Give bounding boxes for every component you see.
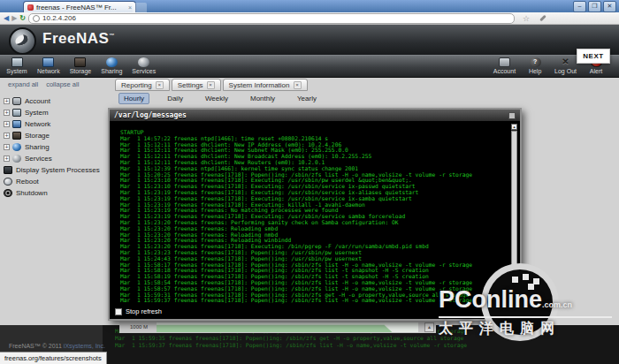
sidebar-item[interactable]: + System [4, 107, 106, 118]
browser-tab[interactable]: freenas - FreeNAS™ Fr... × [23, 1, 136, 12]
toolbar-item[interactable]: Log Out [554, 57, 577, 74]
refresh-button[interactable]: ↻ [19, 14, 26, 23]
toolbar-item[interactable]: Network [37, 57, 60, 74]
expander-plus-icon[interactable]: + [4, 110, 10, 116]
storage-icon [74, 57, 86, 67]
log-window-title: /var/log/messages [114, 111, 508, 119]
scroll-up-icon[interactable]: ▲ [511, 124, 517, 130]
maximize-button[interactable]: ❐ [588, 1, 601, 12]
copyright-text: FreeNAS™ © 2011 [9, 343, 64, 349]
window-controls: –❐✕ [573, 1, 616, 12]
next-overlay-button[interactable]: NEXT [577, 49, 610, 64]
network-icon [42, 57, 54, 67]
chart-area-series [157, 322, 418, 332]
shutdown-icon [4, 189, 12, 197]
sidebar-item[interactable]: Shutdown [4, 187, 106, 199]
minimize-button[interactable]: – [573, 1, 586, 12]
subtab[interactable]: Yearly [293, 94, 321, 103]
collapse-all-link[interactable]: collapse all [46, 80, 79, 88]
ixsystems-link[interactable]: iXsystems, Inc. [64, 343, 105, 349]
freenas-footer: FreeNAS™ © 2011 iXsystems, Inc. [9, 343, 105, 349]
reporting-chart-strip: 1000 M ▲ [119, 322, 436, 333]
new-tab-button[interactable] [133, 3, 147, 12]
account-icon [499, 57, 510, 67]
subtab[interactable]: Hourly [118, 93, 149, 104]
stop-refresh-label: Stop refresh [126, 307, 162, 315]
back-button[interactable]: ◀ [4, 14, 9, 23]
freenas-favicon-icon [27, 4, 34, 11]
tab-bar: Reporting × Settings × System Informatio… [115, 79, 308, 91]
chart-scroll-button[interactable]: ▲ [424, 322, 434, 332]
tab-close-icon[interactable]: × [294, 81, 302, 89]
logout-icon [560, 57, 571, 67]
toolbar-item[interactable]: Sharing [101, 57, 122, 74]
log-window-body: STARTUPMar 1 14:57:22 freenas ntpd[1466]… [110, 121, 520, 319]
toolbar-item[interactable]: Help [524, 57, 546, 74]
expander-plus-icon[interactable]: + [4, 121, 10, 127]
toolbar-left: System Network Storage Sharing [6, 57, 156, 74]
sidebar-item[interactable]: Display System Processes [4, 164, 106, 176]
content-tab[interactable]: System Information × [223, 79, 308, 91]
expander-plus-icon[interactable]: + [4, 155, 10, 162]
toolbar-item[interactable]: Services [132, 57, 156, 74]
background-log-line: Mar 1 15:59:35 freenas freenas[1718]: Po… [115, 335, 467, 342]
background-log-line: Mar 1 15:59:37 freenas freenas[1718]: Po… [115, 342, 467, 349]
log-lines: STARTUPMar 1 14:57:22 freenas ntpd[1466]… [120, 130, 508, 304]
content-tab[interactable]: Reporting × [115, 79, 170, 91]
browser-titlebar: freenas - FreeNAS™ Fr... × –❐✕ [0, 0, 619, 12]
storage-icon [12, 132, 21, 140]
log-scrollbar[interactable]: ▲ [511, 124, 517, 315]
expand-all-link[interactable]: expand all [8, 80, 38, 88]
expander-plus-icon[interactable]: + [4, 98, 10, 104]
browser-urlbar: ◀ ▶ ↻ 10.2.4.206 ☆ [0, 12, 619, 25]
expander-plus-icon[interactable]: + [4, 144, 10, 150]
bookmark-star-icon[interactable]: ☆ [523, 14, 530, 23]
help-icon [530, 57, 541, 67]
close-button[interactable]: ✕ [603, 1, 616, 12]
log-window-close-button[interactable] [508, 112, 516, 119]
forward-button[interactable]: ▶ [11, 14, 17, 23]
system-icon [12, 109, 21, 117]
log-window-titlebar[interactable]: /var/log/messages [110, 110, 520, 121]
content-tab[interactable]: Settings × [172, 79, 221, 91]
subtab[interactable]: Monthly [246, 94, 279, 103]
scrollbar-thumb[interactable] [511, 131, 517, 269]
tab-close-icon[interactable]: × [207, 81, 215, 89]
chart-plot [157, 322, 418, 332]
toolbar-item[interactable]: Account [493, 57, 516, 74]
browser-tab-title: freenas - FreeNAS™ Fr... [36, 4, 126, 11]
reboot-icon [4, 178, 12, 186]
sidebar-tree: + Account + System + Network + [4, 95, 106, 199]
sidebar-item[interactable]: + Storage [4, 130, 106, 141]
toolbar-item[interactable]: System [6, 57, 27, 74]
freenas-header: FreeNAS™ [0, 25, 619, 55]
subtab[interactable]: Daily [163, 94, 187, 103]
site-globe-icon [33, 15, 40, 22]
tab-close-icon[interactable]: × [156, 81, 164, 89]
url-text: 10.2.4.206 [42, 14, 76, 22]
system-icon [11, 57, 23, 67]
log-line: Mar 1 15:59:37 freenas freenas[1718]: Po… [120, 298, 508, 304]
sidebar-item[interactable]: + Account [4, 95, 106, 107]
settings-wrench-icon[interactable] [539, 15, 546, 22]
app-toolbar: System Network Storage Sharing [0, 55, 619, 78]
services-icon [138, 57, 149, 67]
sidebar-item[interactable]: + Services [4, 153, 106, 164]
log-viewer-window: /var/log/messages STARTUPMar 1 14:57:22 … [108, 108, 522, 321]
expander-plus-icon[interactable]: + [4, 133, 10, 139]
screenshot-root: freenas - FreeNAS™ Fr... × –❐✕ ◀ ▶ ↻ 10.… [0, 0, 619, 364]
sharing-icon [12, 143, 21, 151]
processes-icon [4, 166, 12, 174]
sidebar-item[interactable]: + Network [4, 118, 106, 130]
tab-close-icon[interactable]: × [128, 4, 132, 11]
sidebar-item[interactable]: Reboot [4, 176, 106, 187]
freenas-logo-icon [9, 27, 36, 55]
toolbar-item[interactable]: Storage [70, 57, 92, 74]
stop-refresh-checkbox[interactable] [115, 308, 122, 315]
url-field[interactable]: 10.2.4.206 [28, 13, 515, 24]
sidebar-item[interactable]: + Sharing [4, 141, 106, 153]
subtab[interactable]: Weekly [201, 94, 233, 103]
sharing-icon [106, 57, 118, 67]
services-icon [12, 155, 21, 163]
stop-refresh-control[interactable]: Stop refresh [115, 307, 162, 315]
